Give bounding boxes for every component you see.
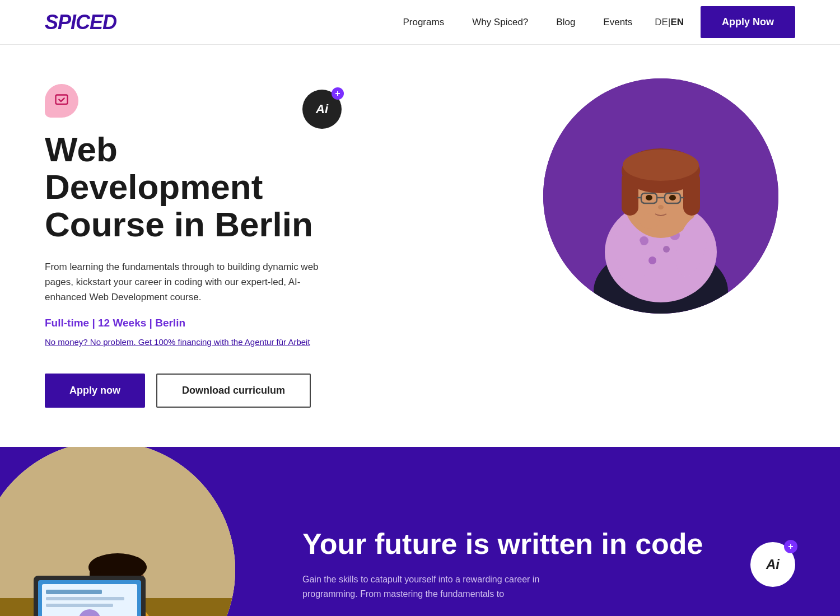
svg-rect-40 [46,604,113,607]
download-curriculum-button[interactable]: Download curriculum [156,374,311,408]
ai-badge-white: Ai + [750,542,795,587]
lang-switcher: DE|EN [655,17,684,28]
nav-links: Programs Why Spiced? Blog Events [403,17,632,28]
course-meta: Full-time | 12 Weeks | Berlin [45,317,493,329]
svg-point-6 [648,256,656,264]
hero-image [526,78,795,314]
svg-rect-39 [46,597,124,600]
hero-section: Web Development Course in Berlin From le… [0,45,840,447]
hero-description: From learning the fundamentals through t… [45,259,319,305]
svg-point-15 [623,150,699,181]
hero-buttons: Apply now Download curriculum [45,374,493,408]
nav-events[interactable]: Events [603,17,632,27]
svg-point-5 [663,246,670,253]
svg-point-26 [640,213,660,229]
purple-section: Your future is written in code Gain the … [0,447,840,616]
ai-badge-white-plus: + [784,540,797,553]
course-icon [45,84,78,118]
main-nav: SPICED Programs Why Spiced? Blog Events … [0,0,840,45]
apply-now-hero-button[interactable]: Apply now [45,374,145,408]
ai-badge-text: Ai [316,102,328,116]
purple-left-image [0,447,280,616]
hero-content: Web Development Course in Berlin From le… [45,78,526,408]
nav-blog[interactable]: Blog [556,17,575,27]
hero-title: Web Development Course in Berlin [45,131,336,244]
ai-badge-white-text: Ai [766,557,780,572]
apply-now-nav-button[interactable]: Apply Now [701,6,795,38]
nav-programs[interactable]: Programs [403,17,444,27]
purple-description: Gain the skills to catapult yourself int… [302,572,571,601]
purple-title: Your future is written in code [302,528,728,560]
svg-rect-38 [46,590,102,594]
svg-point-21 [646,195,652,200]
svg-rect-14 [683,171,700,216]
svg-rect-13 [622,171,638,216]
purple-right-content: Your future is written in code Gain the … [280,447,840,616]
lang-en[interactable]: EN [670,17,684,27]
site-logo[interactable]: SPICED [45,11,116,34]
svg-point-23 [658,205,664,209]
ai-badge-plus: + [332,87,344,100]
svg-rect-0 [56,95,68,104]
financing-link[interactable]: No money? No problem. Get 100% financing… [45,336,310,349]
ai-badge-hero: Ai + [302,90,342,129]
svg-point-22 [669,195,676,200]
purple-text: Your future is written in code Gain the … [302,528,728,601]
nav-why-spiced[interactable]: Why Spiced? [472,17,528,27]
lang-de[interactable]: DE [655,17,668,27]
person-circle [543,78,778,314]
laptop-circle [0,447,235,616]
